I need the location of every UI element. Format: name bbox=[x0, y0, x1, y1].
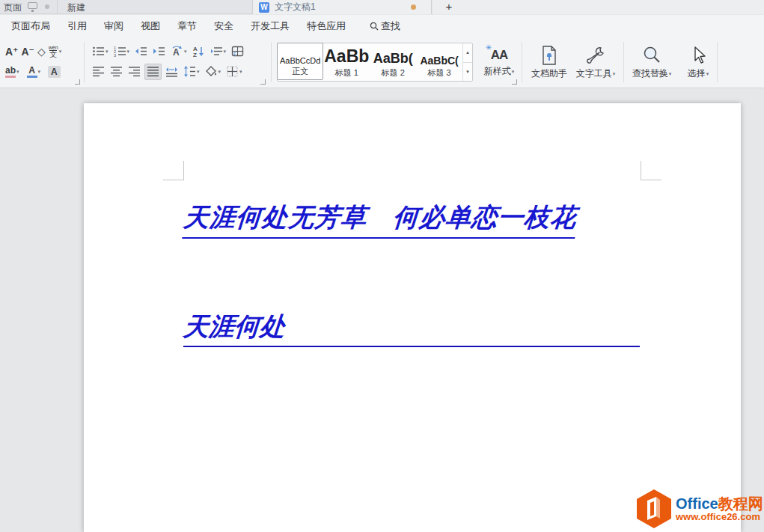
distribute-icon bbox=[165, 65, 178, 78]
document-page[interactable]: 天涯何处无芳草 何必单恋一枝花 天涯何处 bbox=[84, 103, 741, 532]
align-right-button[interactable] bbox=[126, 64, 142, 80]
sort-button[interactable]: A Z bbox=[191, 43, 207, 60]
menu-section[interactable]: 章节 bbox=[177, 19, 197, 33]
style-item-heading3[interactable]: AaBbC( 标题 3 bbox=[416, 43, 462, 81]
menu-page-layout[interactable]: 页面布局 bbox=[11, 19, 50, 33]
increase-font-icon: A⁺ bbox=[5, 46, 19, 58]
unsaved-indicator-dot bbox=[411, 4, 416, 10]
sort-icon: A Z bbox=[192, 45, 205, 58]
increase-indent-icon bbox=[153, 45, 165, 58]
menu-references[interactable]: 引用 bbox=[67, 19, 87, 33]
new-tab-button[interactable]: + bbox=[433, 0, 465, 14]
justify-icon bbox=[147, 65, 159, 78]
style-preview: AaBbCcDd bbox=[280, 56, 320, 65]
menu-special-features[interactable]: 特色应用 bbox=[307, 19, 346, 33]
numbered-list-icon: 123 bbox=[114, 45, 126, 58]
shading-bucket-icon bbox=[205, 65, 218, 78]
style-item-heading1[interactable]: AaBb 标题 1 bbox=[323, 43, 370, 81]
font-color-button[interactable]: A ▾ bbox=[25, 64, 43, 80]
table-button[interactable]: F bbox=[230, 43, 245, 60]
font-color-icon: A bbox=[27, 66, 37, 78]
align-center-button[interactable] bbox=[109, 64, 124, 80]
chevron-down-icon: ▾ bbox=[59, 49, 62, 55]
style-preview: AaBb bbox=[324, 46, 369, 67]
align-left-icon bbox=[92, 65, 105, 78]
office26-hexagon-icon bbox=[635, 489, 673, 529]
group-divider bbox=[271, 42, 272, 82]
text-direction-icon: A bbox=[171, 45, 183, 58]
justify-button[interactable] bbox=[144, 64, 162, 80]
gallery-scroll-up-button[interactable]: ▴ bbox=[463, 43, 472, 62]
search-icon bbox=[370, 22, 379, 31]
text-direction-button[interactable]: A ▾ bbox=[169, 43, 189, 60]
chevron-down-icon: ▾ bbox=[16, 69, 19, 75]
align-left-button[interactable] bbox=[91, 64, 106, 80]
line-spacing-icon bbox=[183, 65, 196, 78]
svg-text:Z: Z bbox=[193, 52, 197, 58]
watermark-text: Office教程网 www.office26.com bbox=[676, 496, 763, 522]
style-item-normal[interactable]: AaBbCcDd 正文 bbox=[277, 43, 323, 80]
style-preview: AaBb( bbox=[373, 51, 413, 67]
text-tool-button[interactable]: 文字工具▾ bbox=[571, 42, 620, 84]
decrease-font-icon: A⁻ bbox=[22, 46, 35, 58]
shading-button[interactable]: ▾ bbox=[204, 64, 223, 80]
menu-view[interactable]: 视图 bbox=[141, 19, 160, 33]
find-replace-button[interactable]: 查找替换▾ bbox=[627, 42, 676, 84]
paragraph-layout-icon bbox=[210, 45, 223, 58]
increase-font-size-button[interactable]: A⁺ bbox=[4, 43, 20, 60]
cursor-arrow-icon bbox=[689, 46, 707, 65]
decrease-indent-button[interactable] bbox=[133, 43, 149, 60]
group-divider bbox=[84, 42, 85, 82]
bullet-list-button[interactable]: ▾ bbox=[91, 43, 110, 60]
tab-bar: 页面 新建 W 文字文稿1 + bbox=[0, 0, 764, 14]
chevron-down-icon: ▾ bbox=[669, 71, 672, 77]
line-spacing-button[interactable]: ▾ bbox=[182, 64, 201, 80]
borders-icon bbox=[226, 65, 239, 78]
table-icon: F bbox=[231, 45, 244, 58]
paragraph-layout-button[interactable]: ▾ bbox=[209, 43, 228, 60]
tab-new-label: 新建 bbox=[67, 2, 85, 13]
highlight-icon: ab bbox=[5, 66, 16, 78]
increase-indent-button[interactable] bbox=[151, 43, 167, 60]
highlight-button[interactable]: ab ▾ bbox=[4, 64, 21, 80]
style-item-heading2[interactable]: AaBb( 标题 2 bbox=[370, 43, 416, 81]
wps-writer-icon: W bbox=[259, 2, 269, 13]
tab-new-document[interactable]: 新建 bbox=[57, 0, 251, 14]
decrease-indent-icon bbox=[135, 45, 147, 58]
margin-mark-top-left bbox=[163, 161, 184, 180]
menu-find-label: 查找 bbox=[381, 19, 400, 33]
chevron-down-icon: ▾ bbox=[706, 71, 709, 77]
decrease-font-size-button[interactable]: A⁻ bbox=[20, 43, 37, 60]
wrench-icon bbox=[586, 46, 605, 65]
style-name: 标题 1 bbox=[335, 67, 358, 79]
style-name: 标题 2 bbox=[382, 67, 405, 79]
new-style-icon: ✳AA bbox=[491, 48, 508, 63]
menu-security[interactable]: 安全 bbox=[214, 19, 233, 33]
style-name: 正文 bbox=[292, 66, 308, 77]
phonetic-guide-button[interactable]: wén 文 ▾ bbox=[47, 43, 63, 60]
menu-find[interactable]: 查找 bbox=[370, 19, 400, 33]
monitor-icon[interactable] bbox=[28, 2, 37, 9]
tab-active-document[interactable]: W 文字文稿1 bbox=[252, 0, 432, 14]
new-style-button[interactable]: ✳AA 新样式▾ bbox=[474, 42, 524, 84]
select-button[interactable]: 选择▾ bbox=[673, 42, 723, 84]
document-text-line-2[interactable]: 天涯何处 bbox=[183, 310, 640, 347]
clear-format-button[interactable]: ◇ bbox=[36, 43, 47, 60]
svg-text:3: 3 bbox=[114, 53, 116, 58]
borders-button[interactable]: ▾ bbox=[224, 64, 244, 80]
gallery-scroll-down-button[interactable]: ▾ bbox=[463, 62, 472, 82]
doc-assistant-button[interactable]: 文档助手 bbox=[525, 42, 574, 84]
distribute-button[interactable] bbox=[164, 64, 180, 80]
align-right-icon bbox=[128, 65, 141, 78]
menu-bar: 页面布局 引用 审阅 视图 章节 安全 开发工具 特色应用 查找 bbox=[0, 15, 764, 37]
document-text-line-1[interactable]: 天涯何处无芳草 何必单恋一枝花 bbox=[182, 201, 578, 239]
char-shading-button[interactable]: A bbox=[46, 64, 62, 80]
menu-dev-tools[interactable]: 开发工具 bbox=[251, 19, 290, 33]
style-name: 标题 3 bbox=[428, 67, 451, 79]
menu-review[interactable]: 审阅 bbox=[104, 19, 123, 33]
numbered-list-button[interactable]: 123 ▾ bbox=[112, 43, 132, 60]
brand-office: Office bbox=[676, 495, 718, 512]
margin-mark-top-right bbox=[641, 161, 661, 180]
pinyin-icon: wén 文 bbox=[49, 45, 58, 58]
style-gallery: AaBbCcDd 正文 AaBb 标题 1 AaBb( 标题 2 AaBbC( … bbox=[277, 43, 473, 82]
